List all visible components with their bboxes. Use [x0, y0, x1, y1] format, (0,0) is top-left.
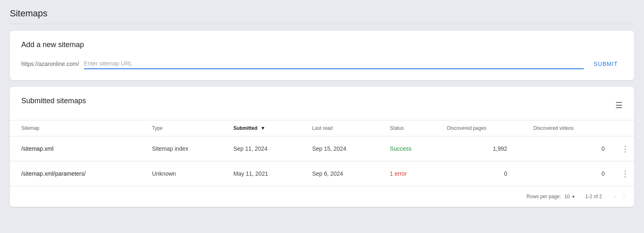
rows-per-page-value: 10 [564, 194, 569, 199]
submit-button[interactable]: SUBMIT [589, 57, 623, 70]
cell-sitemap: /sitemap.xml [10, 136, 145, 161]
cell-submitted: Sep 11, 2024 [227, 136, 306, 161]
table-row: /sitemap.xml/parameters/ Unknown May 11,… [10, 161, 634, 186]
cell-discovered-pages: 1,992 [440, 136, 527, 161]
filter-icon[interactable]: ☰ [615, 100, 623, 110]
cell-more[interactable]: ⋮ [615, 161, 634, 186]
col-sitemap: Sitemap [10, 120, 145, 136]
url-prefix: https://azaronline.com/ [21, 61, 79, 67]
col-discovered-pages: Discovered pages [440, 120, 527, 136]
submitted-sitemaps-header: Submitted sitemaps ☰ [10, 97, 634, 120]
sitemaps-table-wrapper: Sitemap Type Submitted ▼ Last read Statu… [10, 120, 634, 186]
rows-per-page: Rows per page: 10 ▼ [526, 194, 575, 199]
col-actions [615, 120, 634, 136]
cell-status: 1 error [383, 161, 441, 186]
cell-last-read: Sep 15, 2024 [306, 136, 383, 161]
col-discovered-videos: Discovered videos [527, 120, 615, 136]
rows-per-page-select[interactable]: 10 ▼ [564, 194, 575, 199]
col-submitted[interactable]: Submitted ▼ [227, 120, 306, 136]
submitted-sitemaps-card: Submitted sitemaps ☰ Sitemap Type Submit… [10, 87, 634, 207]
cell-type: Unknown [145, 161, 227, 186]
cell-status: Success [383, 136, 441, 161]
prev-page-button[interactable]: ‹ [612, 191, 619, 202]
more-options-icon[interactable]: ⋮ [621, 169, 629, 178]
cell-type: Sitemap index [145, 136, 227, 161]
table-footer: Rows per page: 10 ▼ 1-2 of 2 ‹ › [10, 186, 634, 207]
sitemaps-table: Sitemap Type Submitted ▼ Last read Statu… [10, 120, 634, 186]
pagination-info: 1-2 of 2 [585, 194, 602, 199]
submitted-sitemaps-title: Submitted sitemaps [21, 97, 86, 105]
page-title: Sitemaps [10, 8, 634, 24]
cell-more[interactable]: ⋮ [615, 136, 634, 161]
cell-submitted: May 11, 2021 [227, 161, 306, 186]
col-type: Type [145, 120, 227, 136]
cell-sitemap: /sitemap.xml/parameters/ [10, 161, 145, 186]
cell-discovered-pages: 0 [440, 161, 527, 186]
add-sitemap-row: https://azaronline.com/ SUBMIT [21, 57, 623, 70]
sitemap-input-wrapper [84, 59, 584, 69]
add-sitemap-title: Add a new sitemap [21, 41, 623, 49]
table-header-row: Sitemap Type Submitted ▼ Last read Statu… [10, 120, 634, 136]
sort-arrow-icon: ▼ [261, 125, 265, 131]
col-last-read: Last read [306, 120, 383, 136]
table-row: /sitemap.xml Sitemap index Sep 11, 2024 … [10, 136, 634, 161]
cell-discovered-videos: 0 [527, 161, 615, 186]
cell-last-read: Sep 6, 2024 [306, 161, 383, 186]
sitemap-url-input[interactable] [84, 59, 584, 68]
pagination-buttons: ‹ › [612, 191, 628, 202]
rows-per-page-dropdown-icon: ▼ [571, 195, 576, 199]
sitemaps-tbody: /sitemap.xml Sitemap index Sep 11, 2024 … [10, 136, 634, 186]
more-options-icon[interactable]: ⋮ [621, 144, 629, 153]
add-sitemap-card: Add a new sitemap https://azaronline.com… [10, 31, 634, 80]
cell-discovered-videos: 0 [527, 136, 615, 161]
col-status: Status [383, 120, 441, 136]
next-page-button[interactable]: › [621, 191, 628, 202]
rows-per-page-label: Rows per page: [526, 194, 561, 199]
